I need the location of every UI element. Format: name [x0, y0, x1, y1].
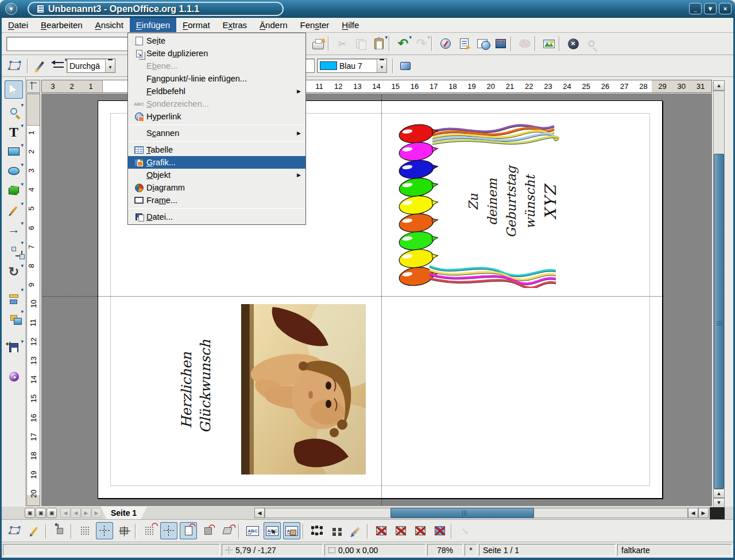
menu-item-sonderzeichen[interactable]: ABCSonderzeichen...: [128, 98, 305, 110]
dropdown-arrow-icon[interactable]: ▾: [409, 34, 412, 40]
menu-item-datei[interactable]: Datei...: [128, 211, 305, 223]
menubar-item-bearbeiten[interactable]: Bearbeiten: [34, 18, 89, 32]
dropdown-arrow-icon[interactable]: ▾: [427, 34, 430, 40]
curve-tool[interactable]: ▾: [5, 201, 23, 219]
simple-handles-button[interactable]: [328, 522, 345, 539]
cherub-image[interactable]: [241, 304, 366, 475]
undo-button[interactable]: ▾: [394, 35, 412, 52]
rectangle-tool[interactable]: ▾: [5, 142, 23, 161]
menu-item-ebene[interactable]: Ebene...: [128, 60, 305, 72]
menubar-item-datei[interactable]: Datei: [2, 18, 34, 32]
select-text-area-only-button[interactable]: ABC: [264, 522, 281, 539]
horizontal-scroll-thumb[interactable]: [390, 508, 534, 518]
guides-to-front-button[interactable]: [115, 522, 133, 539]
find-button[interactable]: [583, 35, 600, 52]
layer-mode-normal-button[interactable]: ▣: [25, 508, 35, 518]
connector-tool[interactable]: ▾: [5, 240, 23, 258]
close-button[interactable]: ×: [719, 3, 732, 14]
paste-button[interactable]: ▾: [370, 35, 388, 52]
greeting-text-top[interactable]: ZudeinemGeburtstagwünschtXYZ: [464, 159, 562, 245]
glue-points-button[interactable]: [26, 522, 43, 539]
quick-edit-button[interactable]: ABC: [244, 522, 261, 539]
double-click-to-edit-text-button[interactable]: ABC: [283, 522, 300, 539]
menubar-item-format[interactable]: Format: [176, 18, 216, 32]
rotation-mode-button[interactable]: [51, 522, 68, 539]
ruler-origin-button[interactable]: [26, 80, 40, 93]
menu-item-frame[interactable]: Frame...: [128, 194, 305, 207]
menu-item-objekt[interactable]: Objekt▶: [128, 169, 305, 181]
dropdown-arrow-icon[interactable]: ▾: [21, 162, 24, 168]
dropdown-arrow-icon[interactable]: ▾: [21, 201, 24, 207]
scroll-left-button-2[interactable]: ◀: [688, 508, 698, 518]
contour-placeholder-button[interactable]: [392, 522, 409, 539]
dropdown-arrow-icon[interactable]: ▾: [21, 220, 24, 226]
redo-button[interactable]: ▾: [413, 35, 430, 52]
menubar-item-ansicht[interactable]: Ansicht: [89, 18, 130, 32]
color-dropdown[interactable]: ▼: [377, 59, 386, 72]
images-button[interactable]: [540, 35, 558, 52]
menu-item-seite[interactable]: Seite: [128, 34, 305, 47]
minimize-button[interactable]: _: [689, 3, 702, 14]
paintbrush-button[interactable]: [347, 522, 365, 539]
greeting-text-bottom[interactable]: HerzlichenGlückwunsch: [177, 347, 215, 433]
snap-to-object-border-button[interactable]: [199, 522, 216, 539]
show-guides-button[interactable]: [96, 522, 113, 539]
select-tool[interactable]: [5, 80, 23, 99]
modify-object-with-attributes-button[interactable]: [308, 522, 326, 539]
line-color-combo[interactable]: Blau 7 ▼: [317, 59, 387, 73]
menubar-item-fenster[interactable]: Fenster: [293, 18, 335, 32]
dropdown-arrow-icon[interactable]: ▾: [21, 240, 24, 246]
layer-mode-master-button[interactable]: ▣: [36, 508, 46, 518]
draft-oval-button[interactable]: [516, 35, 533, 52]
dropdown-arrow-icon[interactable]: ▾: [21, 102, 24, 108]
dropdown-arrow-icon[interactable]: ▾: [21, 181, 24, 187]
object3d-tool[interactable]: ▾: [5, 181, 23, 200]
menu-item-diagramm[interactable]: Diagramm: [128, 181, 305, 194]
menu-item-tabelle[interactable]: Tabelle: [128, 143, 305, 156]
nav-first-button[interactable]: ◀: [60, 508, 71, 518]
nav-prev-button[interactable]: ◀: [71, 508, 81, 518]
stylist-button[interactable]: [455, 35, 473, 52]
dropdown-arrow-icon[interactable]: ▾: [21, 123, 24, 129]
dropdown-arrow-icon[interactable]: ▾: [21, 287, 24, 293]
menu-item-grafik[interactable]: Grafik...: [128, 156, 305, 169]
menu-item-hyperlink[interactable]: Hyperlink: [128, 110, 305, 123]
picture-placeholder-button[interactable]: [373, 522, 390, 539]
url-combo[interactable]: [6, 37, 130, 51]
gallery-button[interactable]: [474, 35, 491, 52]
arrange-tool[interactable]: ▾: [5, 309, 23, 327]
scroll-up-button-2[interactable]: ▲: [713, 489, 725, 498]
vertical-ruler[interactable]: 1234567891011121314151617181920: [26, 94, 40, 506]
scroll-left-button[interactable]: ◀: [254, 508, 265, 518]
area-style-button[interactable]: [397, 57, 414, 75]
scroll-right-button[interactable]: ▶: [698, 508, 709, 518]
line-style-dropdown[interactable]: ▼: [105, 59, 115, 72]
dropdown-arrow-icon[interactable]: ▾: [21, 142, 24, 148]
menu-item-feldbefehl[interactable]: Feldbefehl▶: [128, 85, 305, 98]
effects-tool[interactable]: [5, 367, 23, 386]
navigator-button[interactable]: [437, 35, 454, 52]
dropdown-arrow-icon[interactable]: ▾: [385, 34, 388, 40]
stop-button[interactable]: ×: [564, 35, 582, 52]
fullscreen-button[interactable]: [492, 35, 509, 52]
zoom-tool[interactable]: ▾: [5, 102, 23, 120]
menubar-item-hilfe[interactable]: Hilfe: [335, 18, 365, 32]
menubar-item-ändern[interactable]: Ändern: [253, 18, 293, 32]
snap-to-object-points-button[interactable]: [219, 522, 236, 539]
text-placeholder-button[interactable]: [412, 522, 429, 539]
menu-item-seite-duplizieren[interactable]: Seite duplizieren: [128, 47, 305, 60]
page-tab[interactable]: Seite 1: [100, 507, 147, 519]
snap-to-page-margins-button[interactable]: [180, 522, 197, 539]
arrow-style-button[interactable]: ▾: [50, 57, 67, 75]
maximize-button[interactable]: ▼: [704, 3, 717, 14]
line-style-combo[interactable]: Durchgä ▼: [67, 59, 115, 73]
rotate-tool[interactable]: ▾: [5, 263, 23, 281]
window-menu-button[interactable]: ▼: [5, 3, 17, 15]
vertical-scroll-thumb[interactable]: [714, 154, 724, 489]
line-placeholder-button[interactable]: [431, 522, 448, 539]
cut-button[interactable]: [334, 35, 351, 52]
menu-item-fangpunkt-linie-einfügen[interactable]: Fangpunkt/-linie einfügen...: [128, 72, 305, 85]
glue-points-button[interactable]: [32, 57, 49, 75]
nav-next-button[interactable]: ▶: [81, 508, 91, 518]
edit-points-button[interactable]: [6, 522, 24, 539]
